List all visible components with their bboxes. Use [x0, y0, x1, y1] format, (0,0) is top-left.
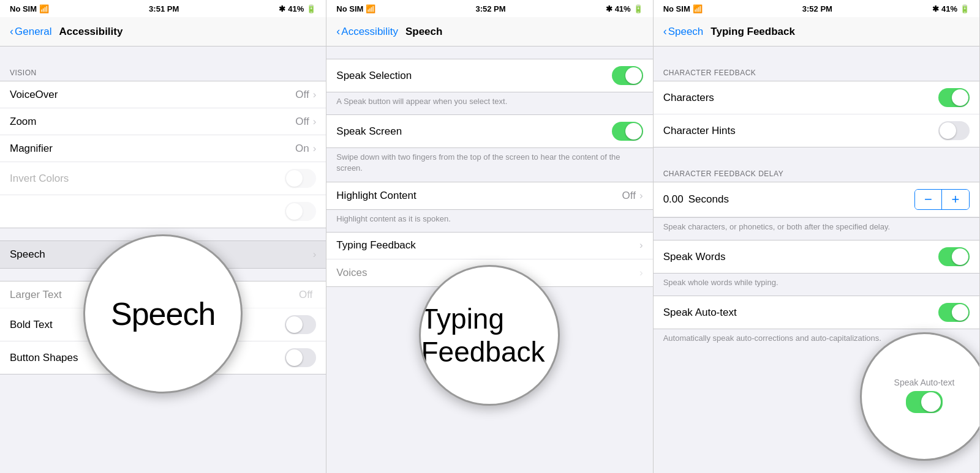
- bluetooth-icon-1: ✱: [279, 4, 285, 13]
- magnify-circle-3: Speak Auto-text: [860, 332, 980, 461]
- status-left-3: No SIM 📶: [663, 4, 703, 13]
- row-value-zoom: Off: [295, 116, 309, 128]
- delay-value: 0.00: [663, 193, 684, 206]
- battery-percent-2: 41%: [615, 4, 631, 13]
- section-header-char-delay: CHARACTER FEEDBACK DELAY: [654, 160, 979, 182]
- status-bar-2: No SIM 📶 3:52 PM ✱ 41% 🔋: [326, 0, 652, 17]
- speak-screen-group: Speak Screen: [326, 114, 652, 148]
- speak-screen-desc: Swipe down with two fingers from the top…: [326, 148, 652, 181]
- stepper-increment[interactable]: +: [942, 190, 969, 209]
- list-item-typing-feedback[interactable]: Typing Feedback ›: [326, 233, 652, 259]
- row-label-speak-selection: Speak Selection: [336, 70, 611, 82]
- vision-group: VoiceOver Off › Zoom Off › Magnifier On …: [0, 81, 326, 228]
- toggle-speak-selection[interactable]: [612, 66, 643, 85]
- list-item-speak-words[interactable]: Speak Words: [654, 240, 979, 273]
- page-title-1: Accessibility: [59, 26, 123, 38]
- row-label-zoom: Zoom: [10, 116, 295, 128]
- toggle-characters[interactable]: [938, 88, 970, 107]
- stepper-decrement[interactable]: −: [915, 190, 942, 209]
- back-button-3[interactable]: ‹ Speech: [663, 25, 704, 38]
- chevron-icon-zoom: ›: [313, 116, 317, 128]
- toggle-character-hints[interactable]: [938, 121, 970, 140]
- row-value-magnifier: On: [295, 143, 309, 155]
- nav-bar-3: ‹ Speech Typing Feedback: [654, 17, 979, 47]
- carrier-1: No SIM: [10, 4, 37, 13]
- list-item[interactable]: Invert Colors: [0, 162, 326, 195]
- list-item[interactable]: [0, 195, 326, 228]
- speak-words-desc: Speak whole words while typing.: [654, 274, 979, 296]
- panel-accessibility: No SIM 📶 3:51 PM ✱ 41% 🔋 ‹ General Acces…: [0, 0, 326, 473]
- battery-percent-1: 41%: [288, 4, 304, 13]
- delay-stepper[interactable]: − +: [914, 189, 970, 210]
- back-chevron-1: ‹: [10, 25, 13, 38]
- list-item[interactable]: VoiceOver Off ›: [0, 81, 326, 108]
- char-feedback-group: Characters Character Hints: [654, 81, 979, 147]
- list-item-character-hints[interactable]: Character Hints: [654, 114, 979, 147]
- speak-words-group: Speak Words: [654, 240, 979, 274]
- carrier-3: No SIM: [663, 4, 690, 13]
- row-value-largertext: Off: [299, 289, 312, 301]
- wifi-icon-1: 📶: [39, 4, 49, 13]
- row-label-typing-feedback: Typing Feedback: [336, 239, 639, 251]
- back-label-2: Accessibility: [341, 26, 398, 38]
- battery-percent-3: 41%: [941, 4, 957, 13]
- status-right-2: ✱ 41% 🔋: [606, 4, 643, 13]
- list-item[interactable]: Zoom Off ›: [0, 108, 326, 135]
- list-item-speak-screen[interactable]: Speak Screen: [326, 115, 652, 147]
- battery-icon-2: 🔋: [633, 4, 643, 13]
- status-left-2: No SIM 📶: [336, 4, 375, 13]
- row-label-magnifier: Magnifier: [10, 143, 295, 155]
- settings-content-2: Speak Selection A Speak button will appe…: [326, 47, 652, 473]
- toggle-invert[interactable]: [285, 169, 316, 188]
- status-left-1: No SIM 📶: [10, 4, 49, 13]
- carrier-2: No SIM: [336, 4, 363, 13]
- back-button-2[interactable]: ‹ Accessibility: [336, 25, 398, 38]
- speak-selection-desc: A Speak button will appear when you sele…: [326, 92, 652, 114]
- row-label-speak-screen: Speak Screen: [336, 125, 611, 138]
- list-item[interactable]: Magnifier On ›: [0, 135, 326, 162]
- wifi-icon-2: 📶: [366, 4, 375, 13]
- list-item-highlight[interactable]: Highlight Content Off ›: [326, 182, 652, 209]
- toggle-speak-screen[interactable]: [612, 122, 643, 141]
- chevron-icon-magnifier: ›: [313, 143, 317, 155]
- row-label-character-hints: Character Hints: [663, 125, 938, 137]
- row-value-highlight: Off: [622, 190, 636, 202]
- highlight-group: Highlight Content Off ›: [326, 182, 652, 210]
- status-bar-1: No SIM 📶 3:51 PM ✱ 41% 🔋: [0, 0, 326, 17]
- section-header-char-feedback: CHARACTER FEEDBACK: [654, 59, 979, 81]
- panel-speech: No SIM 📶 3:52 PM ✱ 41% 🔋 ‹ Accessibility…: [326, 0, 653, 473]
- page-title-2: Speech: [405, 26, 442, 38]
- battery-icon-1: 🔋: [306, 4, 316, 13]
- toggle-buttonshapes[interactable]: [285, 348, 316, 367]
- speak-selection-group: Speak Selection: [326, 59, 652, 92]
- chevron-icon-speech: ›: [313, 248, 317, 261]
- page-title-3: Typing Feedback: [710, 26, 795, 38]
- back-button-1[interactable]: ‹ General: [10, 25, 51, 38]
- delay-desc: Speak characters, or phonetics, or both …: [654, 218, 979, 240]
- toggle-empty[interactable]: [285, 202, 316, 221]
- toggle-autotext-magnified: [906, 391, 943, 413]
- wifi-icon-3: 📶: [693, 4, 703, 13]
- panel-typing-feedback: No SIM 📶 3:52 PM ✱ 41% 🔋 ‹ Speech Typing…: [654, 0, 980, 473]
- row-label-speak-words: Speak Words: [663, 251, 938, 263]
- toggle-speak-autotext[interactable]: [938, 303, 970, 322]
- back-label-1: General: [15, 26, 51, 38]
- bluetooth-icon-3: ✱: [932, 4, 939, 13]
- nav-bar-1: ‹ General Accessibility: [0, 17, 326, 47]
- row-label-invert: Invert Colors: [10, 173, 285, 185]
- list-item-speak-selection[interactable]: Speak Selection: [326, 59, 652, 92]
- toggle-speak-words[interactable]: [938, 247, 970, 266]
- magnify-text-1: Speech: [111, 296, 215, 332]
- time-2: 3:52 PM: [475, 4, 505, 13]
- toggle-boldtext[interactable]: [285, 315, 316, 334]
- battery-icon-3: 🔋: [960, 4, 970, 13]
- delay-unit: Seconds: [688, 193, 914, 206]
- speak-autotext-group: Speak Auto-text: [654, 296, 979, 329]
- chevron-icon-typing-feedback: ›: [639, 239, 643, 251]
- status-bar-3: No SIM 📶 3:52 PM ✱ 41% 🔋: [654, 0, 979, 17]
- back-chevron-2: ‹: [336, 25, 340, 38]
- list-item-speak-autotext[interactable]: Speak Auto-text: [654, 296, 979, 329]
- list-item-characters[interactable]: Characters: [654, 81, 979, 114]
- chevron-icon-highlight: ›: [639, 190, 643, 202]
- row-label-highlight: Highlight Content: [336, 190, 622, 202]
